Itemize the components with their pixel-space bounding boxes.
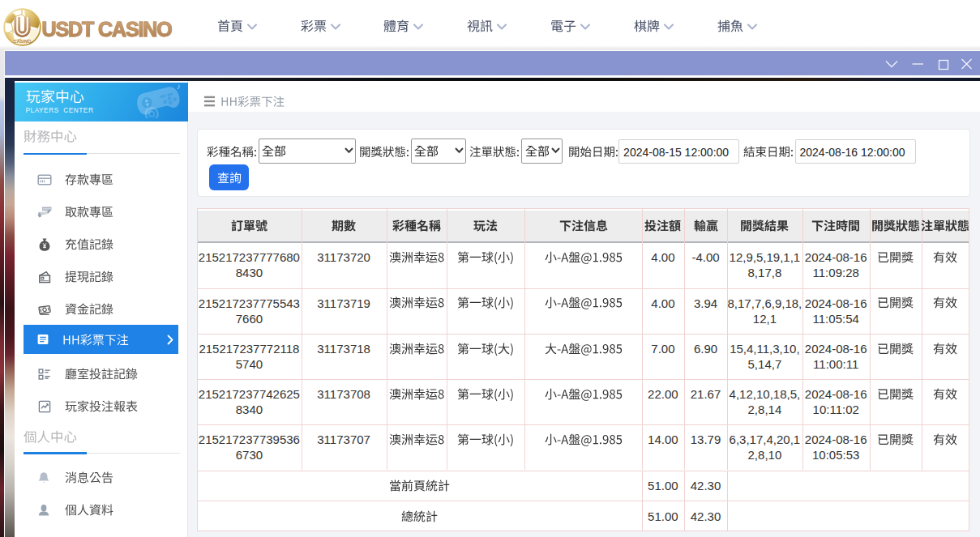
svg-text:CASINO: CASINO (14, 39, 32, 44)
